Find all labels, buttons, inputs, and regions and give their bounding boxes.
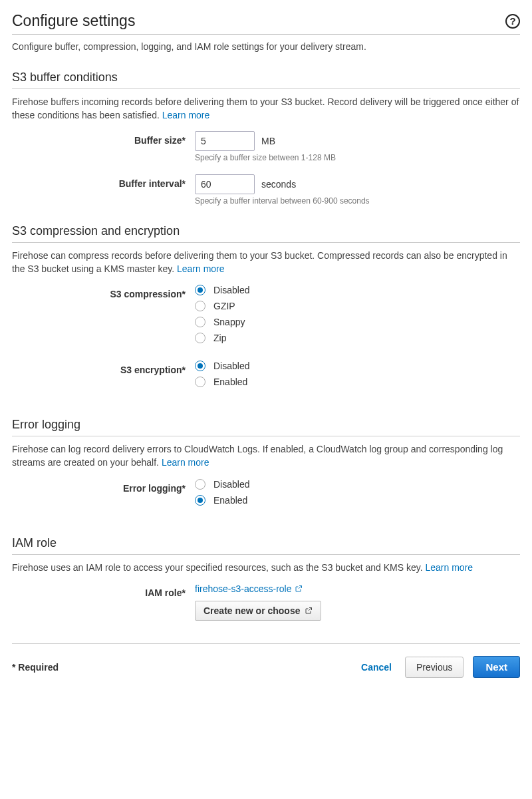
iam-role-name: firehose-s3-access-role bbox=[195, 583, 292, 594]
iam-role-link[interactable]: firehose-s3-access-role bbox=[195, 583, 303, 594]
help-icon[interactable]: ? bbox=[505, 14, 520, 29]
radio-label: Disabled bbox=[213, 285, 249, 295]
footer: * Required Cancel Previous Next bbox=[12, 656, 520, 678]
create-choose-button[interactable]: Create new or choose bbox=[195, 601, 321, 621]
page-title: Configure settings ? bbox=[12, 12, 520, 30]
section-divider bbox=[12, 88, 520, 89]
iam-heading: IAM role bbox=[12, 536, 520, 550]
encryption-radio-group: DisabledEnabled bbox=[195, 361, 520, 387]
create-choose-button-label: Create new or choose bbox=[203, 605, 301, 616]
compression-option[interactable]: GZIP bbox=[195, 301, 520, 311]
radio-icon bbox=[195, 495, 205, 506]
logging-option[interactable]: Enabled bbox=[195, 495, 520, 506]
radio-label: Disabled bbox=[213, 479, 249, 490]
next-button[interactable]: Next bbox=[473, 656, 520, 678]
buffer-size-hint: Specify a buffer size between 1-128 MB bbox=[195, 153, 520, 162]
radio-label: Enabled bbox=[213, 495, 247, 506]
logging-option[interactable]: Disabled bbox=[195, 479, 520, 490]
compression-label: S3 compression* bbox=[12, 285, 195, 299]
radio-icon bbox=[195, 301, 205, 311]
logging-heading: Error logging bbox=[12, 418, 520, 432]
buffer-desc-text: Firehose buffers incoming records before… bbox=[12, 96, 519, 120]
radio-icon bbox=[195, 333, 205, 343]
radio-icon bbox=[195, 317, 205, 327]
iam-desc: Firehose uses an IAM role to access your… bbox=[12, 561, 520, 575]
logging-desc-text: Firehose can log record delivery errors … bbox=[12, 444, 503, 468]
logging-label: Error logging* bbox=[12, 479, 195, 494]
section-divider bbox=[12, 436, 520, 436]
buffer-heading: S3 buffer conditions bbox=[12, 71, 520, 84]
radio-label: Zip bbox=[213, 333, 226, 343]
compenc-desc-text: Firehose can compress records before del… bbox=[12, 250, 507, 274]
radio-icon bbox=[195, 479, 205, 490]
buffer-desc: Firehose buffers incoming records before… bbox=[12, 96, 520, 122]
radio-label: Disabled bbox=[213, 361, 249, 371]
compression-option[interactable]: Disabled bbox=[195, 285, 520, 295]
radio-icon bbox=[195, 285, 205, 295]
buffer-interval-label: Buffer interval* bbox=[12, 174, 195, 189]
encryption-option[interactable]: Enabled bbox=[195, 377, 520, 387]
footer-divider bbox=[12, 643, 520, 644]
encryption-label: S3 encryption* bbox=[12, 361, 195, 375]
compenc-learn-more-link[interactable]: Learn more bbox=[177, 263, 225, 274]
buffer-interval-hint: Specify a buffer interval between 60-900… bbox=[195, 196, 520, 206]
iam-learn-more-link[interactable]: Learn more bbox=[425, 562, 473, 573]
iam-desc-text: Firehose uses an IAM role to access your… bbox=[12, 562, 425, 573]
section-divider bbox=[12, 554, 520, 555]
compenc-desc: Firehose can compress records before del… bbox=[12, 249, 520, 275]
header-divider bbox=[12, 34, 520, 35]
compenc-heading: S3 compression and encryption bbox=[12, 224, 520, 238]
compression-option[interactable]: Zip bbox=[195, 333, 520, 343]
buffer-size-label: Buffer size* bbox=[12, 131, 195, 146]
buffer-size-input[interactable] bbox=[195, 131, 255, 151]
section-divider bbox=[12, 242, 520, 243]
buffer-learn-more-link[interactable]: Learn more bbox=[162, 110, 210, 120]
page-subtitle: Configure buffer, compression, logging, … bbox=[12, 41, 520, 52]
buffer-size-unit: MB bbox=[261, 136, 275, 146]
buffer-interval-input[interactable] bbox=[195, 174, 255, 194]
cancel-button[interactable]: Cancel bbox=[357, 661, 396, 673]
logging-learn-more-link[interactable]: Learn more bbox=[162, 457, 209, 468]
logging-radio-group: DisabledEnabled bbox=[195, 479, 520, 506]
external-link-icon bbox=[295, 585, 303, 593]
previous-button[interactable]: Previous bbox=[405, 657, 464, 678]
required-note: * Required bbox=[12, 662, 59, 673]
radio-label: Snappy bbox=[213, 317, 245, 327]
radio-icon bbox=[195, 361, 205, 371]
radio-label: Enabled bbox=[213, 377, 247, 387]
radio-icon bbox=[195, 377, 205, 387]
buffer-interval-unit: seconds bbox=[261, 179, 296, 190]
compression-radio-group: DisabledGZIPSnappyZip bbox=[195, 285, 520, 343]
logging-desc: Firehose can log record delivery errors … bbox=[12, 443, 520, 469]
radio-label: GZIP bbox=[213, 301, 235, 311]
iam-role-label: IAM role* bbox=[12, 583, 195, 598]
page-title-text: Configure settings bbox=[12, 12, 135, 30]
encryption-option[interactable]: Disabled bbox=[195, 361, 520, 371]
compression-option[interactable]: Snappy bbox=[195, 317, 520, 327]
external-link-icon bbox=[305, 607, 313, 615]
